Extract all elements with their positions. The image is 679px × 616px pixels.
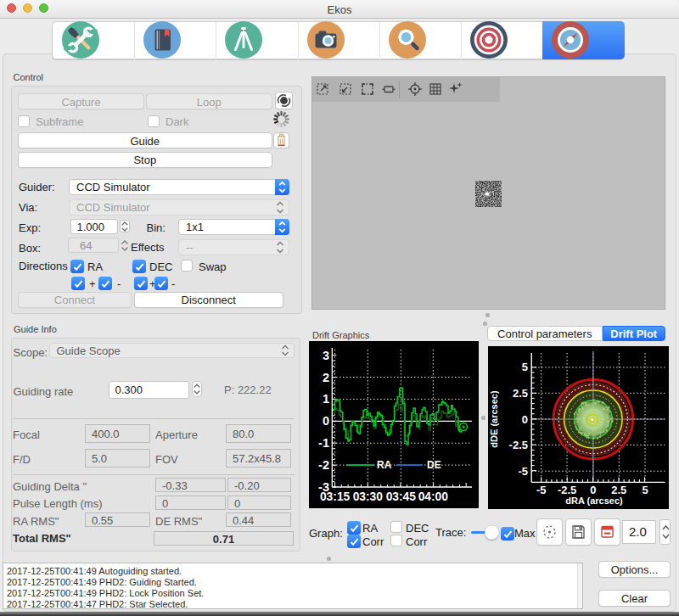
svg-text:-2: -2 [318, 458, 329, 472]
svg-text:2.5: 2.5 [611, 484, 626, 496]
svg-text:5: 5 [642, 484, 648, 496]
svg-text:-5: -5 [518, 465, 528, 478]
svg-text:2.5: 2.5 [513, 387, 528, 400]
svg-text:0: 0 [323, 414, 329, 428]
svg-text:3: 3 [323, 349, 329, 362]
svg-text:03:30: 03:30 [353, 490, 384, 503]
svg-text:-2.5: -2.5 [558, 484, 576, 496]
svg-text:1: 1 [323, 392, 329, 406]
svg-text:-2.5: -2.5 [509, 439, 528, 451]
svg-text:dDE (arcsec): dDE (arcsec) [489, 390, 499, 448]
svg-text:-1: -1 [318, 436, 329, 450]
svg-text:04:00: 04:00 [418, 490, 449, 503]
svg-text:dRA (arcsec): dRA (arcsec) [565, 496, 623, 506]
svg-text:5: 5 [522, 361, 528, 373]
svg-text:RA: RA [377, 459, 392, 471]
svg-text:-5: -5 [536, 484, 547, 496]
svg-text:DE: DE [427, 459, 441, 471]
svg-text:0: 0 [590, 484, 596, 496]
svg-text:2: 2 [323, 371, 329, 384]
svg-text:03:45: 03:45 [386, 490, 417, 503]
svg-text:03:15: 03:15 [320, 490, 351, 503]
svg-text:0: 0 [522, 413, 528, 426]
